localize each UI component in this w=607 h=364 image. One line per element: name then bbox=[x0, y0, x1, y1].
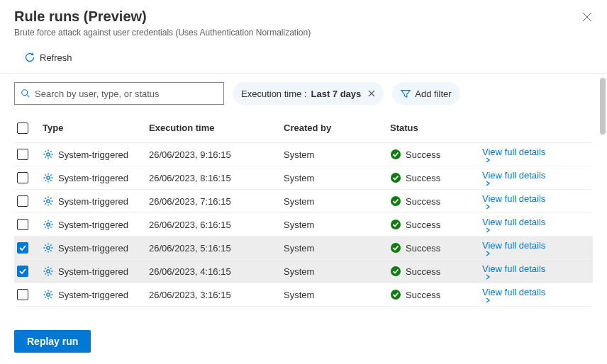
row-checkbox-cell bbox=[14, 172, 43, 183]
gear-icon bbox=[43, 172, 54, 183]
created-by-cell: System bbox=[284, 266, 390, 277]
gear-icon bbox=[43, 195, 54, 207]
column-header-created-by[interactable]: Created by bbox=[284, 123, 390, 133]
action-cell: View full details bbox=[482, 287, 593, 303]
close-button[interactable] bbox=[581, 11, 593, 23]
table-header-row: Type Execution time Created by Status bbox=[14, 113, 593, 143]
created-by-cell: System bbox=[284, 149, 390, 160]
column-header-type[interactable]: Type bbox=[43, 123, 149, 133]
success-icon bbox=[390, 219, 401, 230]
status-value: Success bbox=[406, 149, 440, 160]
action-cell: View full details bbox=[482, 263, 593, 280]
chevron-right-icon bbox=[485, 274, 491, 280]
chevron-right-icon bbox=[485, 227, 491, 233]
svg-point-2 bbox=[391, 149, 401, 159]
execution-time-filter-pill[interactable]: Execution time : Last 7 days bbox=[233, 82, 384, 105]
svg-point-11 bbox=[47, 270, 50, 273]
row-checkbox[interactable] bbox=[17, 149, 28, 160]
gear-icon bbox=[43, 149, 54, 160]
svg-point-7 bbox=[47, 223, 50, 226]
view-full-details-link[interactable]: View full details bbox=[482, 287, 545, 303]
svg-point-3 bbox=[47, 176, 50, 179]
search-input[interactable] bbox=[35, 89, 218, 99]
table-row[interactable]: System-triggered26/06/2023, 4:16:15Syste… bbox=[14, 260, 593, 283]
type-value: System-triggered bbox=[58, 220, 128, 230]
checkmark-icon bbox=[19, 268, 26, 275]
status-cell: Success bbox=[390, 266, 482, 277]
row-checkbox[interactable] bbox=[17, 219, 28, 230]
chevron-right-icon bbox=[485, 204, 491, 210]
row-checkbox-cell bbox=[14, 242, 43, 254]
table-row[interactable]: System-triggered26/06/2023, 8:16:15Syste… bbox=[14, 166, 593, 190]
view-full-details-link[interactable]: View full details bbox=[482, 217, 545, 233]
svg-point-10 bbox=[391, 243, 401, 253]
status-cell: Success bbox=[390, 219, 482, 230]
svg-point-4 bbox=[391, 173, 401, 183]
table-row[interactable]: System-triggered26/06/2023, 9:16:15Syste… bbox=[14, 143, 593, 166]
created-by-cell: System bbox=[284, 196, 390, 207]
execution-time-cell: 26/06/2023, 5:16:15 bbox=[149, 243, 284, 254]
status-value: Success bbox=[406, 220, 440, 230]
svg-point-8 bbox=[391, 220, 401, 229]
type-value: System-triggered bbox=[58, 266, 128, 277]
add-filter-button[interactable]: Add filter bbox=[392, 82, 460, 105]
column-header-execution-time[interactable]: Execution time bbox=[149, 123, 284, 133]
replay-run-button[interactable]: Replay run bbox=[14, 330, 91, 353]
table-row[interactable]: System-triggered26/06/2023, 7:16:15Syste… bbox=[14, 190, 593, 213]
row-checkbox[interactable] bbox=[17, 195, 28, 207]
row-checkbox[interactable] bbox=[17, 242, 28, 254]
view-full-details-link[interactable]: View full details bbox=[482, 170, 545, 186]
row-checkbox-cell bbox=[14, 149, 43, 160]
execution-time-cell: 26/06/2023, 9:16:15 bbox=[149, 149, 284, 160]
svg-point-6 bbox=[391, 196, 401, 206]
svg-point-0 bbox=[22, 90, 28, 96]
created-by-cell: System bbox=[284, 290, 390, 300]
status-cell: Success bbox=[390, 172, 482, 183]
chevron-right-icon bbox=[485, 251, 491, 256]
row-checkbox-cell bbox=[14, 266, 43, 277]
status-value: Success bbox=[406, 266, 440, 277]
remove-filter-button[interactable] bbox=[368, 90, 375, 97]
search-input-wrapper[interactable] bbox=[14, 82, 224, 105]
type-value: System-triggered bbox=[58, 149, 128, 160]
action-cell: View full details bbox=[482, 170, 593, 186]
svg-point-12 bbox=[391, 266, 401, 276]
status-value: Success bbox=[406, 290, 440, 300]
row-checkbox-cell bbox=[14, 195, 43, 207]
svg-point-14 bbox=[391, 290, 401, 300]
view-full-details-link[interactable]: View full details bbox=[482, 193, 545, 210]
scrollbar[interactable] bbox=[600, 78, 606, 290]
table-row[interactable]: System-triggered26/06/2023, 3:16:15Syste… bbox=[14, 283, 593, 307]
column-header-status[interactable]: Status bbox=[390, 123, 482, 133]
created-by-cell: System bbox=[284, 173, 390, 183]
row-checkbox[interactable] bbox=[17, 266, 28, 277]
view-full-details-link[interactable]: View full details bbox=[482, 240, 545, 256]
add-filter-label: Add filter bbox=[415, 89, 451, 99]
success-icon bbox=[390, 149, 401, 160]
type-value: System-triggered bbox=[58, 173, 128, 183]
status-value: Success bbox=[406, 243, 440, 254]
created-by-cell: System bbox=[284, 243, 390, 254]
success-icon bbox=[390, 172, 401, 183]
select-all-checkbox[interactable] bbox=[17, 123, 28, 134]
action-cell: View full details bbox=[482, 240, 593, 256]
footer: Replay run bbox=[14, 330, 91, 353]
action-cell: View full details bbox=[482, 217, 593, 233]
close-icon bbox=[368, 90, 375, 97]
row-checkbox[interactable] bbox=[17, 289, 28, 300]
action-cell: View full details bbox=[482, 147, 593, 163]
view-full-details-link[interactable]: View full details bbox=[482, 147, 545, 163]
view-full-details-link[interactable]: View full details bbox=[482, 263, 545, 280]
search-icon bbox=[21, 89, 30, 98]
status-cell: Success bbox=[390, 149, 482, 160]
row-checkbox[interactable] bbox=[17, 172, 28, 183]
refresh-button[interactable]: Refresh bbox=[20, 49, 77, 66]
status-cell: Success bbox=[390, 195, 482, 207]
row-checkbox-cell bbox=[14, 289, 43, 300]
svg-point-1 bbox=[47, 153, 50, 156]
table-row[interactable]: System-triggered26/06/2023, 5:16:15Syste… bbox=[14, 237, 593, 260]
table-row[interactable]: System-triggered26/06/2023, 6:16:15Syste… bbox=[14, 213, 593, 237]
type-value: System-triggered bbox=[58, 290, 128, 300]
scrollbar-thumb[interactable] bbox=[600, 78, 606, 135]
gear-icon bbox=[43, 266, 54, 277]
